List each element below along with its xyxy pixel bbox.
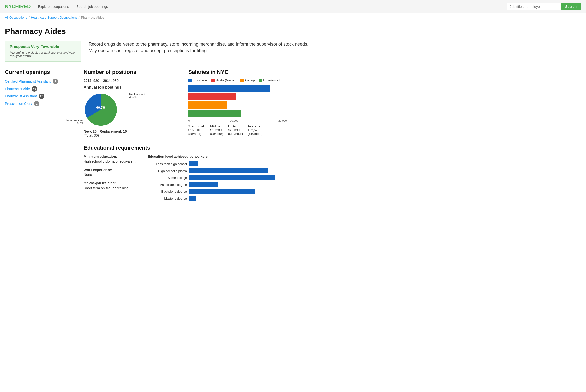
salaries-section: Salaries in NYC Entry Level Middle (Medi…	[188, 69, 315, 137]
openings-list: Certified Pharmacist Assistant 2 Pharmac…	[5, 79, 79, 106]
xaxis-0: 0	[188, 119, 190, 122]
positions-section: Number of positions 2012: 930 2014: 980 …	[84, 69, 181, 137]
salary-bar-entry	[188, 85, 270, 92]
edu-grid: Minimum education: High school diploma o…	[84, 154, 315, 203]
legend-dot-entry	[188, 79, 192, 82]
breadcrumb-all-occupations[interactable]: All Occupations	[5, 16, 27, 20]
left-column: Current openings Certified Pharmacist As…	[5, 69, 84, 203]
edu-bar-row-1: High school diploma	[148, 168, 315, 173]
opening-certified-pharmacist-assistant[interactable]: Certified Pharmacist Assistant	[5, 80, 51, 84]
replacement-label: Replacement 33.3%	[129, 92, 145, 98]
logo[interactable]: NYCHIRED	[5, 4, 30, 9]
legend-middle: Middle (Median)	[211, 79, 237, 82]
breadcrumb: All Occupations / Healthcare Support Occ…	[0, 13, 586, 22]
edu-bar-row-3: Associate's degree	[148, 182, 315, 187]
year1-value: 930	[93, 79, 99, 83]
edu-chart-title: Education level achieved by workers	[148, 154, 315, 158]
edu-bar-label-0: Less than high school	[148, 162, 187, 166]
opening-badge-1: 40	[32, 86, 37, 92]
legend-dot-middle	[211, 79, 214, 82]
upto-hourly: ($12/hour)	[228, 132, 243, 136]
work-exp-field: Work experience: None	[84, 168, 138, 177]
salary-bars	[188, 85, 287, 117]
starting-label: Starting at:	[188, 124, 205, 128]
logo-nyc: NYC	[5, 4, 15, 9]
edu-bar-row-0: Less than high school	[148, 162, 315, 166]
content-grid: Current openings Certified Pharmacist As…	[5, 69, 315, 203]
positions-summary: New: 20 Replacement: 10 (Total: 30)	[84, 130, 181, 137]
list-item: Pharmacist Assistant 26	[5, 94, 79, 99]
edu-title: Educational requirements	[84, 145, 315, 151]
legend-entry-level: Entry Level	[188, 79, 208, 82]
training-value: Short-term on-the-job training	[84, 186, 138, 190]
edu-bar-row-4: Bachelor's degree	[148, 189, 315, 194]
positions-years: 2012: 930 2014: 980	[84, 79, 181, 83]
salary-detail-average: Average: $22,570 ($10/hour)	[248, 124, 262, 136]
list-item: Certified Pharmacist Assistant 2	[5, 79, 79, 84]
middle-value: $19,280	[210, 128, 223, 132]
edu-bar-row-5: Master's degree	[148, 196, 315, 201]
xaxis-20000: 20,000	[278, 119, 287, 122]
summary-replacement: Replacement: 10	[100, 130, 127, 133]
pie-svg: 66.7%	[84, 92, 118, 127]
breadcrumb-healthcare[interactable]: Healthcare Support Occupations	[31, 16, 77, 20]
opening-badge-3: 1	[34, 101, 39, 106]
edu-bar-5	[189, 196, 196, 201]
salaries-title: Salaries in NYC	[188, 69, 315, 75]
search-area: Search	[507, 3, 581, 10]
edu-right: Education level achieved by workers Less…	[148, 154, 315, 203]
opening-pharmacist-aide[interactable]: Pharmacist Aide	[5, 87, 30, 91]
salary-detail-middle: Middle: $19,280 ($9/hour)	[210, 124, 223, 136]
training-field: On-the-job training: Short-term on-the-j…	[84, 181, 138, 190]
prospects-box: Prospects: Very Favorable *According to …	[5, 41, 81, 62]
right-column: Number of positions 2012: 930 2014: 980 …	[84, 69, 315, 203]
starting-hourly: ($8/hour)	[188, 132, 205, 136]
pie-container: 66.7% Replacement 33.3% New positions 66…	[84, 92, 181, 127]
header: NYCHIRED Explore occupations Search job …	[0, 0, 586, 13]
new-positions-label: New positions 66.7%	[66, 118, 83, 124]
middle-label: Middle:	[210, 124, 223, 128]
edu-bar-0	[189, 162, 198, 166]
legend-experienced: Experienced	[259, 79, 280, 82]
main-content: Pharmacy Aides Prospects: Very Favorable…	[0, 22, 320, 212]
edu-bar-2	[189, 175, 275, 180]
opening-badge-0: 2	[53, 79, 58, 84]
summary-new: New: 20	[84, 130, 97, 133]
nav-search-jobs[interactable]: Search job openings	[76, 5, 108, 8]
average-label: Average:	[248, 124, 262, 128]
edu-bar-label-4: Bachelor's degree	[148, 190, 187, 194]
search-button[interactable]: Search	[561, 3, 581, 10]
year2-label: 2014:	[103, 79, 112, 83]
salary-legend: Entry Level Middle (Median) Average	[188, 79, 315, 82]
breadcrumb-current: Pharmacy Aides	[81, 16, 104, 20]
svg-text:66.7%: 66.7%	[96, 106, 105, 109]
opening-prescription-clerk[interactable]: Prescription Clerk	[5, 102, 32, 106]
page-title: Pharmacy Aides	[5, 27, 315, 36]
salary-bar-middle	[188, 93, 236, 100]
edu-bar-label-1: High school diploma	[148, 169, 187, 173]
year1-label: 2012:	[84, 79, 92, 83]
top-section: Prospects: Very Favorable *According to …	[5, 41, 315, 62]
positions-title: Number of positions	[84, 69, 181, 75]
starting-value: $16,910	[188, 128, 205, 132]
legend-label-average: Average	[245, 79, 255, 82]
edu-bar-label-5: Master's degree	[148, 196, 187, 200]
salary-detail-starting: Starting at: $16,910 ($8/hour)	[188, 124, 205, 136]
year2-value: 980	[113, 79, 118, 83]
legend-label-experienced: Experienced	[263, 79, 280, 82]
opening-pharmacist-assistant[interactable]: Pharmacist Assistant	[5, 94, 37, 98]
breadcrumb-sep-1: /	[28, 16, 29, 20]
legend-dot-average	[240, 79, 244, 82]
work-exp-value: None	[84, 173, 138, 177]
main-nav: Explore occupations Search job openings	[38, 5, 507, 8]
edu-left: Minimum education: High school diploma o…	[84, 154, 138, 203]
salary-xaxis: 0 10,000 20,000	[188, 118, 287, 122]
edu-bar-4	[189, 189, 255, 194]
occupation-description: Record drugs delivered to the pharmacy, …	[88, 41, 315, 62]
logo-hired: HIRED	[15, 4, 30, 9]
openings-title: Current openings	[5, 69, 79, 75]
search-input[interactable]	[507, 3, 561, 10]
pie-chart: 66.7% Replacement 33.3% New positions 66…	[84, 92, 128, 127]
nav-explore[interactable]: Explore occupations	[38, 5, 69, 8]
breadcrumb-sep-2: /	[79, 16, 80, 20]
